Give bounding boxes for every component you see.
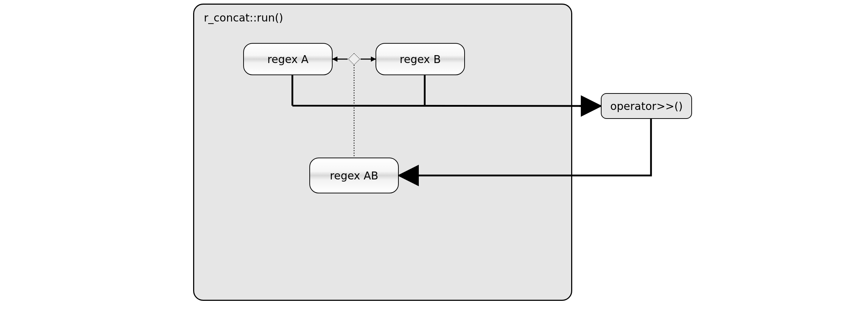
node-regex-ab: regex AB bbox=[309, 158, 399, 193]
node-regex-b-label: regex B bbox=[400, 53, 441, 66]
diagram-canvas: r_concat::run() regex A regex B regex AB… bbox=[0, 0, 868, 313]
node-regex-ab-label: regex AB bbox=[330, 169, 378, 182]
node-operator: operator>>() bbox=[601, 93, 692, 119]
svg-marker-2 bbox=[348, 53, 360, 65]
node-regex-a-label: regex A bbox=[268, 53, 309, 66]
node-regex-b: regex B bbox=[376, 43, 465, 75]
node-regex-a: regex A bbox=[243, 43, 333, 75]
node-operator-label: operator>>() bbox=[610, 100, 683, 112]
